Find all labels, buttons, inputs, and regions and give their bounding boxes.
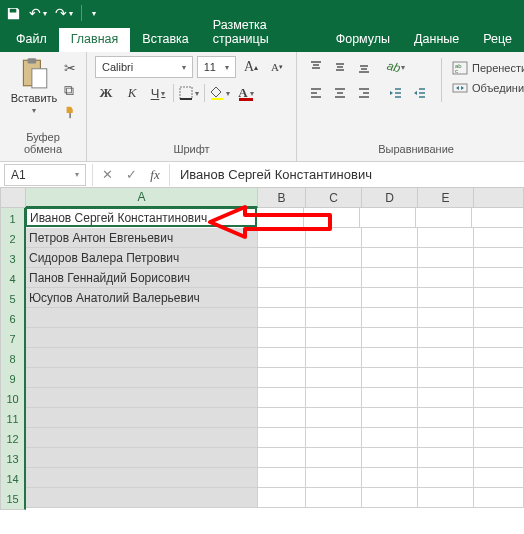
qat-customize-icon[interactable]: ▾ — [90, 9, 96, 18]
cell[interactable] — [306, 248, 362, 268]
cell[interactable] — [306, 308, 362, 328]
align-right-button[interactable] — [353, 82, 375, 104]
font-name-select[interactable]: Calibri▾ — [95, 56, 193, 78]
column-header[interactable] — [474, 188, 524, 208]
name-box[interactable]: A1▾ — [4, 164, 86, 186]
row-header-3[interactable]: 3 — [0, 248, 26, 270]
row-header-9[interactable]: 9 — [0, 368, 26, 390]
row-header-14[interactable]: 14 — [0, 468, 26, 490]
cell[interactable] — [418, 248, 474, 268]
cell[interactable] — [418, 268, 474, 288]
tab-home[interactable]: Главная — [59, 28, 131, 52]
cell[interactable] — [418, 448, 474, 468]
column-header-A[interactable]: A — [26, 188, 258, 208]
undo-icon[interactable]: ↶▾ — [29, 5, 47, 21]
cell[interactable] — [306, 488, 362, 508]
cell[interactable] — [306, 228, 362, 248]
cell[interactable] — [26, 468, 258, 488]
cell[interactable] — [26, 308, 258, 328]
cell[interactable] — [306, 428, 362, 448]
cell[interactable] — [474, 408, 524, 428]
cell[interactable] — [258, 448, 306, 468]
row-header-4[interactable]: 4 — [0, 268, 26, 290]
align-center-button[interactable] — [329, 82, 351, 104]
fill-color-button[interactable]: ▾ — [209, 82, 231, 104]
tab-review[interactable]: Реце — [471, 28, 524, 52]
cell[interactable] — [26, 448, 258, 468]
cell[interactable] — [26, 428, 258, 448]
cell[interactable] — [416, 208, 472, 228]
cell[interactable]: Петров Антон Евгеньевич — [26, 228, 258, 248]
cell[interactable] — [258, 248, 306, 268]
cell[interactable] — [472, 208, 524, 228]
cell[interactable] — [474, 308, 524, 328]
cell[interactable] — [26, 488, 258, 508]
align-middle-button[interactable] — [329, 56, 351, 78]
wrap-text-button[interactable]: abc Перенести — [452, 60, 524, 76]
decrease-indent-button[interactable] — [385, 82, 407, 104]
italic-button[interactable]: К — [121, 82, 143, 104]
row-header-10[interactable]: 10 — [0, 388, 26, 410]
row-header-2[interactable]: 2 — [0, 228, 26, 250]
cell[interactable] — [474, 268, 524, 288]
cell[interactable] — [258, 408, 306, 428]
cell[interactable] — [418, 228, 474, 248]
cell[interactable] — [474, 248, 524, 268]
cell[interactable] — [256, 208, 304, 228]
cell[interactable] — [418, 428, 474, 448]
cell[interactable] — [362, 428, 418, 448]
increase-indent-button[interactable] — [409, 82, 431, 104]
underline-button[interactable]: Ч▾ — [147, 82, 169, 104]
cell[interactable] — [362, 448, 418, 468]
cell[interactable] — [362, 228, 418, 248]
cell[interactable]: Юсупов Анатолий Валерьевич — [26, 288, 258, 308]
row-header-1[interactable]: 1 — [0, 208, 26, 230]
cell[interactable] — [474, 328, 524, 348]
row-header-13[interactable]: 13 — [0, 448, 26, 470]
cell[interactable] — [306, 368, 362, 388]
cell[interactable] — [418, 368, 474, 388]
select-all-corner[interactable] — [0, 188, 26, 208]
bold-button[interactable]: Ж — [95, 82, 117, 104]
merge-center-button[interactable]: Объедини — [452, 80, 524, 96]
cell[interactable] — [362, 348, 418, 368]
row-header-5[interactable]: 5 — [0, 288, 26, 310]
cell[interactable] — [360, 208, 416, 228]
row-header-12[interactable]: 12 — [0, 428, 26, 450]
row-header-8[interactable]: 8 — [0, 348, 26, 370]
border-button[interactable]: ▾ — [178, 82, 200, 104]
cell[interactable] — [306, 388, 362, 408]
column-header-E[interactable]: E — [418, 188, 474, 208]
row-header-6[interactable]: 6 — [0, 308, 26, 330]
redo-icon[interactable]: ↷▾ — [55, 5, 73, 21]
increase-font-button[interactable]: A▴ — [240, 56, 262, 78]
cell[interactable] — [362, 328, 418, 348]
font-color-button[interactable]: A ▾ — [235, 82, 257, 104]
cell[interactable] — [418, 328, 474, 348]
cell[interactable] — [362, 488, 418, 508]
cell[interactable] — [26, 348, 258, 368]
align-top-button[interactable] — [305, 56, 327, 78]
cell[interactable] — [418, 468, 474, 488]
cell[interactable] — [258, 348, 306, 368]
cell[interactable] — [418, 488, 474, 508]
row-header-15[interactable]: 15 — [0, 488, 26, 510]
cell[interactable] — [258, 268, 306, 288]
font-size-select[interactable]: 11▾ — [197, 56, 236, 78]
cell[interactable] — [304, 208, 360, 228]
spreadsheet-grid[interactable]: ABCDE1Иванов Сергей Константинович2Петро… — [0, 188, 524, 508]
cut-icon[interactable]: ✂ — [64, 60, 78, 76]
cell[interactable] — [474, 388, 524, 408]
row-header-11[interactable]: 11 — [0, 408, 26, 430]
cancel-formula-icon[interactable]: ✕ — [95, 164, 119, 186]
format-painter-icon[interactable] — [64, 105, 78, 122]
tab-data[interactable]: Данные — [402, 28, 471, 52]
column-header-C[interactable]: C — [306, 188, 362, 208]
cell[interactable] — [474, 288, 524, 308]
cell[interactable] — [258, 328, 306, 348]
cell[interactable] — [362, 248, 418, 268]
cell[interactable] — [418, 388, 474, 408]
fx-icon[interactable]: fx — [143, 164, 167, 186]
copy-icon[interactable]: ⧉ — [64, 82, 78, 99]
cell[interactable] — [474, 448, 524, 468]
